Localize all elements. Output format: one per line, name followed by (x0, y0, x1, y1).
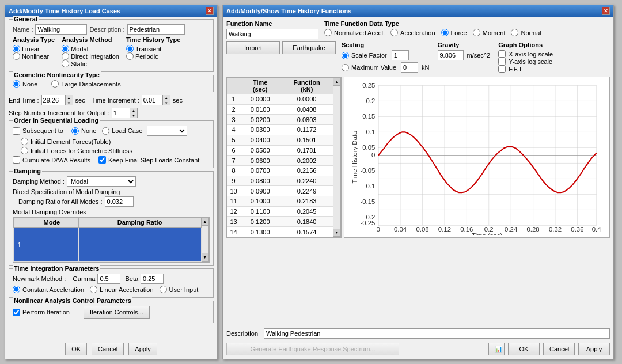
func-cell-10-1[interactable]: 0.1000 (240, 196, 280, 207)
func-cell-1-1[interactable]: 0.0100 (240, 104, 280, 115)
func-scroll-up[interactable]: ▲ (333, 78, 340, 86)
step-number-up[interactable]: ▲ (130, 108, 137, 113)
func-cell-9-2[interactable]: 0.2249 (280, 186, 333, 196)
time-inc-up[interactable]: ▲ (163, 95, 170, 100)
initial-forces-geo-radio[interactable] (21, 147, 28, 154)
function-table-scrollbar[interactable]: ▲ ▼ (333, 77, 341, 237)
func-cell-4-2[interactable]: 0.1501 (280, 135, 333, 145)
damping-row-ratio[interactable] (78, 227, 201, 262)
table-row[interactable]: 100.09000.2249 (227, 186, 333, 196)
keep-final-step-checkbox[interactable] (98, 156, 106, 164)
func-cell-10-2[interactable]: 0.2183 (280, 196, 333, 207)
iteration-controls-button[interactable]: Iteration Controls... (84, 306, 150, 318)
max-value-radio[interactable] (342, 64, 349, 71)
right-cancel-button[interactable]: Cancel (543, 343, 575, 355)
func-cell-12-2[interactable]: 0.1840 (280, 217, 333, 227)
description-input[interactable] (264, 328, 610, 339)
initial-element-radio[interactable] (21, 138, 28, 145)
func-scroll-down[interactable]: ▼ (333, 229, 340, 237)
none-seq-radio[interactable] (71, 127, 79, 135)
step-number-down[interactable]: ▼ (130, 113, 137, 118)
func-cell-6-2[interactable]: 0.2002 (280, 156, 333, 166)
linear-accel-radio[interactable] (90, 286, 97, 293)
nonlinear-radio[interactable] (13, 52, 20, 60)
func-cell-13-2[interactable]: 0.1574 (280, 227, 333, 237)
func-cell-3-1[interactable]: 0.0300 (240, 125, 280, 135)
table-row[interactable]: 10.00000.0000 (227, 94, 333, 105)
transient-radio[interactable] (126, 45, 134, 52)
scale-factor-radio[interactable] (342, 52, 349, 59)
user-input-radio[interactable] (160, 286, 167, 293)
table-row[interactable]: 30.02000.0803 (227, 115, 333, 125)
table-row[interactable]: 120.11000.2045 (227, 206, 333, 217)
table-row[interactable]: 40.03000.1172 (227, 125, 333, 135)
scroll-track[interactable] (202, 226, 208, 253)
time-inc-down[interactable]: ▼ (163, 100, 170, 105)
func-cell-6-1[interactable]: 0.0600 (240, 156, 280, 166)
generate-earthquake-button[interactable]: Generate Earthquake Response Spectrum... (226, 343, 399, 355)
scroll-down[interactable]: ▼ (202, 253, 208, 261)
acceleration-radio[interactable] (390, 29, 398, 36)
function-name-input[interactable] (226, 29, 318, 39)
func-scroll-track[interactable] (333, 86, 340, 229)
table-row[interactable]: 50.04000.1501 (227, 135, 333, 145)
func-cell-4-1[interactable]: 0.0400 (240, 135, 280, 145)
table-row[interactable]: 90.08000.2240 (227, 176, 333, 186)
func-cell-0-2[interactable]: 0.0000 (280, 94, 333, 105)
left-cancel-button[interactable]: Cancel (92, 343, 124, 355)
func-cell-0-1[interactable]: 0.0000 (240, 94, 280, 105)
table-row[interactable]: 140.13000.1574 (227, 227, 333, 237)
scale-factor-input[interactable] (392, 50, 409, 60)
linear-radio[interactable] (13, 45, 20, 52)
damping-method-select[interactable]: Modal (67, 176, 136, 187)
func-cell-7-1[interactable]: 0.0700 (240, 165, 280, 176)
right-ok-button[interactable]: OK (508, 343, 540, 355)
func-cell-8-1[interactable]: 0.0800 (240, 176, 280, 186)
gravity-input[interactable] (438, 50, 464, 60)
time-inc-input[interactable] (142, 95, 162, 105)
end-time-up[interactable]: ▲ (66, 95, 73, 100)
cumulate-dva-checkbox[interactable] (13, 156, 20, 164)
constant-accel-radio[interactable] (13, 286, 20, 293)
right-apply-button[interactable]: Apply (578, 343, 610, 355)
x-axis-log-checkbox[interactable] (498, 50, 506, 58)
step-number-input[interactable] (112, 108, 130, 118)
table-row[interactable]: 70.06000.2002 (227, 156, 333, 166)
end-time-spin[interactable]: ▲ ▼ (41, 95, 73, 105)
beta-input[interactable] (141, 274, 164, 284)
func-cell-3-2[interactable]: 0.1172 (280, 125, 333, 135)
static-radio[interactable] (62, 60, 69, 67)
func-cell-2-1[interactable]: 0.0200 (240, 115, 280, 125)
damping-ratio-input[interactable] (105, 196, 134, 207)
normal-radio[interactable] (511, 29, 518, 36)
table-row[interactable]: 1 (14, 227, 202, 262)
step-number-spin[interactable]: ▲ ▼ (112, 108, 138, 118)
direct-int-radio[interactable] (62, 52, 69, 60)
func-cell-1-2[interactable]: 0.0408 (280, 104, 333, 115)
none-nonlin-radio[interactable] (13, 80, 20, 88)
import-button[interactable]: Import (226, 41, 280, 54)
table-row[interactable]: 60.05000.1781 (227, 145, 333, 156)
left-apply-button[interactable]: Apply (128, 343, 157, 355)
func-cell-2-2[interactable]: 0.0803 (280, 115, 333, 125)
load-case-select[interactable] (147, 126, 187, 136)
damping-row-mode[interactable] (25, 227, 79, 262)
name-input[interactable] (35, 24, 87, 35)
subsequent-to-checkbox[interactable] (13, 127, 20, 135)
periodic-radio[interactable] (126, 52, 134, 60)
right-close-button[interactable]: ✕ (602, 7, 610, 15)
left-ok-button[interactable]: OK (65, 343, 87, 355)
gamma-input[interactable] (97, 274, 120, 284)
func-cell-12-1[interactable]: 0.1200 (240, 217, 280, 227)
end-time-input[interactable] (42, 95, 65, 105)
large-disp-radio[interactable] (51, 80, 59, 88)
normalized-accel-radio[interactable] (324, 29, 332, 36)
table-row[interactable]: 130.12000.1840 (227, 217, 333, 227)
max-value-input[interactable] (401, 62, 418, 73)
func-cell-5-2[interactable]: 0.1781 (280, 145, 333, 156)
chart-button[interactable]: 📊 (488, 343, 505, 355)
table-row[interactable]: 80.07000.2156 (227, 165, 333, 176)
func-cell-5-1[interactable]: 0.0500 (240, 145, 280, 156)
func-cell-11-1[interactable]: 0.1100 (240, 206, 280, 217)
time-inc-spin[interactable]: ▲ ▼ (142, 95, 170, 105)
